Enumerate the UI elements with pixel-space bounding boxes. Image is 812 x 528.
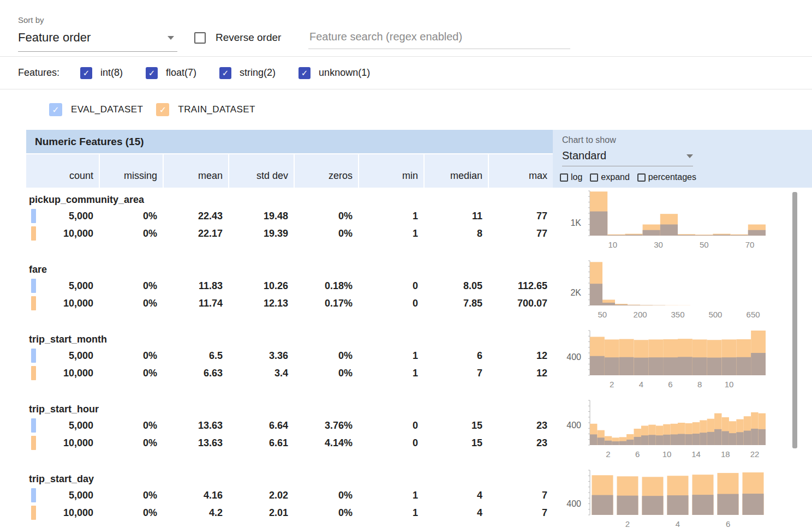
stat-value: 12 [489,347,553,364]
x-tick-label: 50 [598,310,607,319]
column-header: zeros [295,154,358,188]
checkbox-unchecked-icon[interactable] [590,173,598,182]
feature-rows: pickup_community_area5,0000%22.4319.480%… [26,188,812,528]
reverse-order-checkbox[interactable] [194,32,206,44]
stat-value: 4.16 [164,487,228,504]
stat-value: 0% [100,347,163,364]
stat-value: 19.48 [229,207,294,225]
stat-value: 0 [359,434,423,452]
feature-row: fare5,0000%11.8310.260.18%08.05112.6510,… [26,257,812,327]
x-tick-label: 650 [747,310,760,319]
checkbox-checked-icon[interactable]: ✓ [156,103,169,116]
dataset-toggle[interactable]: ✓TRAIN_DATASET [156,103,255,116]
stat-row-train: 10,0000%4.22.010%147 [26,504,553,521]
chart-type-select[interactable]: Standard [562,149,693,166]
feature-type-filter[interactable]: ✓int(8) [80,67,123,79]
stat-value: 6.63 [164,364,228,382]
overlap-bar [607,235,625,236]
table-header: Numeric Features (15) countmissingmeanst… [26,130,553,188]
chart-controls-panel: Chart to show Standard logexpandpercenta… [553,130,812,188]
chart-option[interactable]: expand [590,172,630,182]
stat-value: 0% [295,347,358,364]
stat-row-eval: 5,0000%22.4319.480%11177 [26,207,553,225]
overlap-bar [643,230,660,236]
x-tick-label: 10 [662,449,672,459]
overlap-bar [590,434,597,445]
feature-stats: fare5,0000%11.8310.260.18%08.05112.6510,… [26,257,553,327]
features-filter-bar: Features: ✓int(8)✓float(7)✓string(2)✓unk… [0,57,812,89]
feature-row: pickup_community_area5,0000%22.4319.480%… [26,188,812,257]
stat-value: 3.36 [229,347,294,364]
checkbox-unchecked-icon[interactable] [560,173,568,182]
stat-value: 0% [100,277,163,295]
overlap-bar [736,357,751,375]
checkbox-checked-icon[interactable]: ✓ [146,67,158,79]
overlap-bar [615,305,628,305]
feature-type-filter[interactable]: ✓float(7) [146,67,196,79]
checkbox-unchecked-icon[interactable] [637,173,646,182]
eval-dataset-swatch [31,488,36,502]
checkbox-checked-icon[interactable]: ✓ [219,67,231,79]
x-tick-label: 6 [668,380,672,389]
chart-option[interactable]: log [560,172,582,182]
feature-type-filter[interactable]: ✓unknown(1) [298,67,370,79]
stat-value: 7.85 [425,295,488,312]
overlap-bar [678,434,685,446]
overlap-bar [678,357,692,375]
y-axis-label: 2K [553,288,581,298]
feature-type-label: unknown(1) [319,67,370,79]
chart-option[interactable]: percentages [637,172,696,182]
stat-value: 6.5 [164,347,228,364]
stat-value: 7 [489,487,553,504]
overlap-bar [660,225,678,236]
table-title: Numeric Features (15) [26,130,553,153]
overlap-bar [714,429,721,445]
feature-histogram: 400246810 [553,327,809,397]
features-label: Features: [18,67,59,79]
x-tick-label: 70 [745,240,755,249]
reverse-order-control[interactable]: Reverse order [194,32,281,44]
stat-value: 10.26 [229,277,294,295]
column-header: median [425,154,488,188]
stat-value: 0% [295,504,358,521]
feature-search-input[interactable] [308,27,570,49]
overlap-bar [625,235,642,236]
stat-value: 1 [359,347,423,364]
overlap-bar [700,433,707,445]
checkbox-checked-icon[interactable]: ✓ [80,67,92,79]
stat-value: 0% [100,434,163,452]
stat-value: 0% [295,207,358,225]
sort-order-value: Feature order [18,31,91,44]
train-dataset-swatch [31,226,36,241]
stat-value: 11.74 [164,295,228,312]
checkbox-checked-icon[interactable]: ✓ [49,103,62,116]
x-tick-label: 30 [654,240,663,249]
dataset-toggle[interactable]: ✓EVAL_DATASET [49,103,143,116]
x-tick-label: 2 [625,519,630,528]
overlap-bar [759,429,766,445]
x-tick-label: 8 [697,380,702,389]
vertical-scrollbar[interactable] [792,192,797,448]
stat-value: 5,000 [26,417,99,434]
histogram: 50200350500650 [584,260,772,321]
chart-option-checkboxes: logexpandpercentages [560,172,812,182]
feature-row: trip_start_hour5,0000%13.636.643.76%0152… [26,397,812,467]
stat-value: 4 [425,504,488,521]
checkbox-checked-icon[interactable]: ✓ [298,67,311,79]
sort-order-select[interactable]: Feature order [18,31,177,52]
x-tick-label: 4 [639,380,643,389]
dataset-name: EVAL_DATASET [71,104,143,115]
overlap-bar [663,357,678,375]
x-tick-label: 2 [610,380,614,389]
histogram: 246810 [584,329,772,391]
feature-type-filter[interactable]: ✓string(2) [219,67,276,79]
overlap-bar [590,212,607,236]
feature-histogram: 2K50200350500650 [553,257,809,327]
sort-by-label: Sort by [18,15,44,25]
stat-value: 4 [425,487,488,504]
dataset-name: TRAIN_DATASET [178,104,255,115]
overlap-bar [743,494,764,515]
stat-row-train: 10,0000%11.7412.130.17%07.85700.07 [26,295,553,312]
overlap-bar [751,353,766,375]
stat-row-eval: 5,0000%4.162.020%147 [26,487,553,504]
